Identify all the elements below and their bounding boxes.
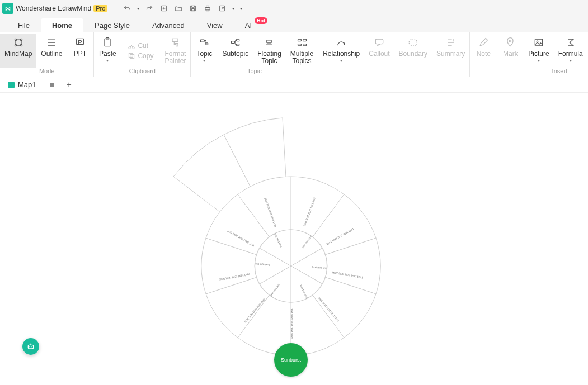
mark-button[interactable]: Mark <box>497 34 524 68</box>
paste-dropdown-icon: ▾ <box>106 58 109 63</box>
topic-dropdown-icon: ▾ <box>203 58 205 63</box>
callout-button[interactable]: Callout <box>364 34 394 68</box>
paste-button[interactable]: Paste ▾ <box>94 34 121 68</box>
floating-topic-button[interactable]: Floating Topic <box>253 34 286 68</box>
svg-point-9 <box>15 44 16 46</box>
summary-button[interactable]: Summary <box>432 34 469 68</box>
titlebar: ⋈ Wondershare EdrawMind Pro ▾ ▾ ▾ <box>0 0 588 17</box>
formula-dropdown-icon: ▾ <box>570 58 572 63</box>
boundary-icon <box>407 36 418 49</box>
open-button[interactable] <box>172 2 185 15</box>
app-logo-icon: ⋈ <box>2 3 13 14</box>
menubar: File Home Page Style Advanced View AI Ho… <box>0 17 588 32</box>
formula-label: Formula <box>558 50 583 58</box>
formula-button[interactable]: Formula ▾ <box>554 34 587 68</box>
insert-group-label: Insert <box>552 68 568 75</box>
svg-rect-26 <box>298 44 301 46</box>
relationship-button[interactable]: Relationship ▾ <box>318 34 364 68</box>
menu-ai-label: AI <box>245 21 252 30</box>
sunburst-diagram[interactable]: text text text text text text text text … <box>101 98 492 385</box>
svg-rect-19 <box>205 43 208 45</box>
new-button[interactable] <box>158 2 170 15</box>
mark-label: Mark <box>503 50 518 58</box>
svg-rect-4 <box>206 6 209 7</box>
print-button[interactable] <box>201 2 214 15</box>
mindmap-button[interactable]: MindMap <box>0 34 36 68</box>
svg-text:text text text text text: text text text text text <box>290 308 294 339</box>
add-tab-button[interactable]: + <box>63 80 75 90</box>
ribbon-group-insert: Note Mark Picture ▾ Formula ▾ Numbering … <box>470 32 588 77</box>
cut-button[interactable]: Cut <box>124 41 157 51</box>
svg-rect-18 <box>201 40 205 42</box>
format-painter-label: Format Painter <box>164 50 186 65</box>
note-button[interactable]: Note <box>470 34 497 68</box>
ppt-label: PPT <box>74 50 87 58</box>
menu-ai[interactable]: AI Hot <box>234 18 263 32</box>
subtopic-button[interactable]: Subtopic <box>218 34 253 68</box>
format-painter-icon <box>170 36 181 49</box>
paste-label: Paste <box>99 50 116 58</box>
help-fab-button[interactable] <box>22 338 39 355</box>
format-painter-button[interactable]: Format Painter <box>160 34 190 68</box>
menu-view[interactable]: View <box>196 18 234 32</box>
svg-rect-11 <box>77 39 84 44</box>
ribbon-group-topic: Topic ▾ Subtopic Floating Topic Multiple… <box>191 32 318 77</box>
relationship-dropdown-icon: ▾ <box>340 58 342 63</box>
mindmap-label: MindMap <box>4 50 32 58</box>
svg-point-7 <box>15 39 16 40</box>
more-dropdown[interactable]: ▾ <box>238 2 244 15</box>
floating-topic-label: Floating Topic <box>257 50 281 65</box>
formula-icon <box>565 36 576 49</box>
menu-advanced[interactable]: Advanced <box>141 18 196 32</box>
floating-topic-icon <box>264 36 275 49</box>
undo-dropdown[interactable]: ▾ <box>135 2 141 15</box>
ribbon-group-clipboard: Paste ▾ Cut Copy Format Painter Clipboar… <box>94 32 191 77</box>
hot-badge: Hot <box>255 17 267 24</box>
topic-button[interactable]: Topic ▾ <box>191 34 218 68</box>
svg-rect-1 <box>191 6 196 11</box>
export-button[interactable] <box>216 2 228 15</box>
ppt-button[interactable]: PPT <box>67 34 93 68</box>
svg-rect-21 <box>236 39 239 41</box>
app-title: Wondershare EdrawMind <box>16 4 91 12</box>
svg-rect-50 <box>28 345 33 349</box>
outline-button[interactable]: Outline <box>36 34 67 68</box>
svg-point-52 <box>31 346 32 347</box>
center-topic-label: Sunburst <box>281 357 301 363</box>
unsaved-indicator-icon <box>50 83 54 87</box>
svg-rect-31 <box>535 39 542 46</box>
menu-home[interactable]: Home <box>41 18 83 32</box>
picture-button[interactable]: Picture ▾ <box>524 34 553 68</box>
svg-point-51 <box>29 346 30 347</box>
mindmap-icon <box>13 36 24 49</box>
multiple-topics-button[interactable]: Multiple Topics <box>286 34 318 68</box>
multiple-topics-icon <box>297 36 308 49</box>
callout-label: Callout <box>369 50 389 58</box>
relationship-icon <box>336 36 347 49</box>
svg-point-30 <box>510 40 511 42</box>
center-topic[interactable]: Sunburst <box>274 343 308 377</box>
topic-icon <box>199 36 210 49</box>
canvas[interactable]: text text text text text text text text … <box>0 93 588 385</box>
doc-tab-map1[interactable]: Map1 <box>2 79 60 91</box>
export-dropdown[interactable]: ▾ <box>231 2 236 15</box>
picture-icon <box>533 36 544 49</box>
cut-label: Cut <box>138 42 148 50</box>
svg-rect-23 <box>267 40 271 43</box>
note-icon <box>478 36 489 49</box>
note-label: Note <box>477 50 491 58</box>
copy-button[interactable]: Copy <box>124 51 157 61</box>
mark-icon <box>505 36 516 49</box>
save-button[interactable] <box>187 2 199 15</box>
picture-label: Picture <box>528 50 549 58</box>
boundary-button[interactable]: Boundary <box>394 34 432 68</box>
redo-button[interactable] <box>143 2 156 15</box>
undo-button[interactable] <box>121 2 133 15</box>
menu-file[interactable]: File <box>7 18 41 32</box>
svg-rect-22 <box>236 44 239 46</box>
document-tabs: Map1 + <box>0 77 588 93</box>
picture-dropdown-icon: ▾ <box>538 58 540 63</box>
summary-label: Summary <box>436 50 465 58</box>
doc-tab-label: Map1 <box>18 80 36 89</box>
menu-page-style[interactable]: Page Style <box>83 18 141 32</box>
